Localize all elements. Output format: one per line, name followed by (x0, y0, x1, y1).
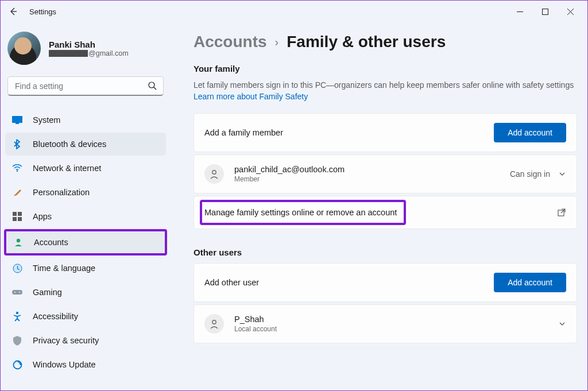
person-outline-icon (204, 314, 224, 334)
svg-point-1 (149, 82, 154, 88)
svg-point-16 (212, 170, 216, 173)
svg-point-13 (19, 292, 20, 293)
sidebar: Panki Shah @gmail.com System Bluetooth &… (1, 22, 173, 390)
svg-rect-7 (13, 217, 17, 221)
nav-gaming[interactable]: Gaming (5, 281, 166, 304)
clock-globe-icon (12, 263, 22, 273)
titlebar: Settings (1, 1, 587, 22)
add-family-account-button[interactable]: Add account (494, 123, 566, 142)
nav-time-language[interactable]: Time & language (5, 257, 166, 280)
svg-rect-2 (12, 116, 22, 123)
svg-rect-3 (16, 123, 19, 124)
nav-accounts[interactable]: Accounts (6, 231, 165, 253)
close-icon (567, 9, 574, 15)
profile-block[interactable]: Panki Shah @gmail.com (3, 27, 168, 74)
display-icon (12, 115, 22, 125)
profile-name: Panki Shah (49, 40, 129, 49)
highlight-accounts: Accounts (4, 229, 167, 255)
accessibility-icon (12, 311, 22, 322)
person-icon (13, 237, 24, 247)
back-button[interactable] (5, 3, 21, 20)
breadcrumb-current: Family & other users (287, 33, 446, 51)
search-icon (148, 81, 157, 90)
svg-point-4 (17, 171, 18, 172)
arrow-left-icon (9, 7, 18, 16)
close-button[interactable] (558, 3, 583, 20)
your-family-title: Your family (194, 64, 577, 73)
breadcrumb-parent[interactable]: Accounts (194, 33, 267, 51)
nav-accessibility[interactable]: Accessibility (5, 305, 166, 328)
manage-family-row[interactable]: Manage family settings online or remove … (194, 196, 577, 229)
nav-system[interactable]: System (5, 109, 166, 131)
svg-rect-8 (18, 217, 22, 221)
add-family-member-row: Add a family member Add account (194, 113, 577, 152)
nav-personalization[interactable]: Personalization (5, 181, 166, 204)
shield-icon (12, 335, 22, 346)
main-content: Accounts › Family & other users Your fam… (173, 22, 587, 390)
chevron-down-icon (558, 170, 566, 178)
svg-rect-5 (13, 212, 17, 216)
svg-point-14 (16, 312, 18, 314)
minimize-button[interactable] (507, 3, 532, 20)
avatar (7, 32, 41, 65)
nav-windows-update[interactable]: Windows Update (5, 353, 166, 376)
person-outline-icon (204, 164, 224, 184)
gamepad-icon (12, 287, 22, 297)
nav-list: System Bluetooth & devices Network & int… (3, 109, 168, 376)
breadcrumb: Accounts › Family & other users (194, 33, 577, 51)
member-email: pankil_child_ac@outlook.com (234, 165, 345, 174)
profile-email: @gmail.com (49, 49, 129, 57)
bluetooth-icon (12, 139, 22, 149)
nav-privacy[interactable]: Privacy & security (5, 329, 166, 352)
your-family-desc: Let family members sign in to this PC—or… (194, 79, 577, 103)
nav-apps[interactable]: Apps (5, 205, 166, 228)
member-role: Member (234, 175, 345, 183)
apps-icon (12, 211, 22, 222)
svg-point-9 (17, 239, 20, 242)
minimize-icon (517, 9, 523, 15)
svg-point-18 (212, 320, 216, 323)
family-safety-link[interactable]: Learn more about Family Safety (194, 92, 308, 101)
wifi-icon (12, 163, 22, 173)
other-user-row[interactable]: P_Shah Local account (194, 304, 577, 343)
svg-rect-6 (18, 212, 22, 216)
paintbrush-icon (12, 187, 22, 198)
search-input[interactable] (7, 76, 164, 96)
family-member-row[interactable]: pankil_child_ac@outlook.com Member Can s… (194, 154, 577, 193)
add-other-label: Add other user (204, 278, 259, 287)
window-controls (507, 3, 583, 20)
other-users-title: Other users (194, 247, 577, 257)
app-title: Settings (29, 7, 56, 16)
svg-point-12 (14, 292, 16, 293)
add-other-user-row: Add other user Add account (194, 263, 577, 302)
member-status: Can sign in (510, 169, 550, 179)
chevron-right-icon: › (275, 36, 279, 49)
other-user-type: Local account (234, 325, 277, 333)
open-external-icon (557, 208, 566, 217)
other-user-name: P_Shah (234, 315, 277, 324)
nav-bluetooth[interactable]: Bluetooth & devices (5, 133, 166, 156)
chevron-down-icon (558, 320, 566, 328)
add-other-account-button[interactable]: Add account (494, 273, 566, 292)
nav-network[interactable]: Network & internet (5, 157, 166, 180)
maximize-button[interactable] (532, 3, 558, 20)
maximize-icon (542, 9, 548, 15)
svg-rect-11 (12, 290, 22, 295)
manage-family-label: Manage family settings online or remove … (204, 208, 397, 217)
svg-rect-0 (542, 9, 548, 14)
add-family-label: Add a family member (204, 128, 283, 137)
update-icon (12, 359, 22, 370)
